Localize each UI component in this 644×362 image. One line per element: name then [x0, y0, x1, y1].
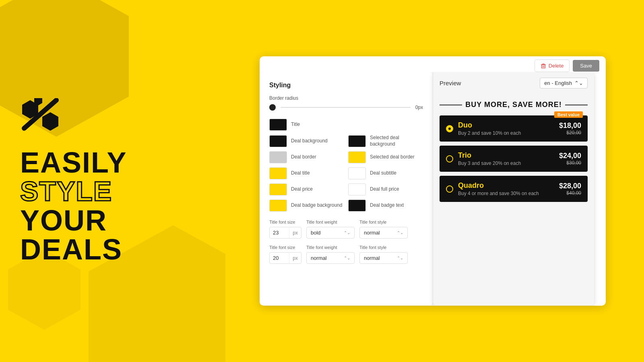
chevron-updown-icon-4: ⌃⌄ [397, 256, 403, 260]
chevron-updown-icon-2: ⌃⌄ [397, 230, 403, 235]
color-grid: Title Deal background Selected deal back… [269, 119, 423, 212]
deal-radio-quadro[interactable] [446, 185, 453, 193]
deal-card-trio[interactable]: Trio Buy 3 and save 20% on each $24,00 $… [440, 146, 588, 172]
headline-easily: EASILY [20, 148, 127, 177]
border-radius-value: 0px [415, 105, 423, 110]
color-label-deal-border: Deal border [291, 154, 316, 160]
main-container: Delete Save Styling Border radius 0px [260, 56, 606, 306]
font-group-1: Title font size Title font weight Title … [269, 220, 423, 239]
right-panel: Delete Save Styling Border radius 0px [225, 0, 644, 362]
svg-rect-5 [542, 64, 545, 64]
preview-title: Preview [440, 80, 461, 86]
font-size-input-1[interactable]: 23 px [269, 227, 301, 239]
color-label-deal-price: Deal price [291, 186, 313, 193]
svg-marker-2 [42, 112, 58, 131]
deal-full-price-quadro: $40,00 [559, 190, 581, 196]
banner-line-left [440, 105, 462, 105]
color-item-selected-deal-border: Selected deal border [348, 151, 423, 163]
preview-panel: Preview en - English ⌃⌄ BUY MORE, SAVE M… [433, 72, 594, 305]
color-swatch-deal-badge-bg[interactable] [269, 200, 287, 212]
font-labels-2: Title font size Title font weight Title … [269, 245, 423, 250]
font-weight-value-1: bold [311, 230, 321, 236]
color-item-deal-badge-bg: Deal badge background [269, 200, 344, 212]
font-size-input-2[interactable]: 20 px [269, 252, 301, 264]
font-group-2: Title font size Title font weight Title … [269, 245, 423, 264]
color-label-title: Title [291, 121, 300, 128]
main-body: Styling Border radius 0px Title [260, 72, 606, 306]
chevron-icon: ⌃⌄ [574, 80, 583, 86]
top-toolbar: Delete Save [260, 56, 606, 72]
logo-area [20, 98, 68, 136]
color-swatch-selected-deal-border[interactable] [348, 151, 366, 163]
font-style-label-2: Title font style [359, 245, 404, 250]
font-size-label-2: Title font size [269, 245, 301, 250]
color-swatch-deal-price[interactable] [269, 183, 287, 195]
slider-track[interactable] [281, 107, 411, 108]
deal-info-trio: Trio Buy 3 and save 20% on each [458, 151, 559, 166]
save-button[interactable]: Save [573, 60, 599, 72]
deal-subtitle-duo: Buy 2 and save 10% on each [458, 130, 559, 136]
color-item-deal-border: Deal border [269, 151, 344, 163]
trash-icon [541, 63, 546, 69]
deal-price-quadro: $28,00 [559, 182, 581, 190]
font-size-value-2: 20 [270, 253, 289, 263]
color-swatch-deal-title[interactable] [269, 167, 287, 179]
font-style-label-1: Title font style [359, 220, 404, 224]
deal-prices-quadro: $28,00 $40,00 [559, 182, 581, 196]
preview-header: Preview en - English ⌃⌄ [433, 72, 594, 94]
language-selector[interactable]: en - English ⌃⌄ [540, 78, 588, 88]
deal-name-duo: Duo [458, 121, 559, 130]
chevron-updown-icon-3: ⌃⌄ [344, 256, 350, 260]
color-swatch-deal-badge-text[interactable] [348, 200, 366, 212]
deal-full-price-trio: $30,00 [559, 160, 581, 166]
font-size-label-1: Title font size [269, 220, 301, 224]
delete-label: Delete [549, 63, 564, 69]
color-swatch-deal-full-price[interactable] [348, 183, 366, 195]
font-style-select-1[interactable]: normal ⌃⌄ [359, 227, 408, 239]
font-size-unit-2: px [289, 253, 301, 263]
deal-radio-trio[interactable] [446, 155, 453, 162]
font-inputs-2: 20 px normal ⌃⌄ normal ⌃⌄ [269, 252, 423, 264]
buy-more-banner: BUY MORE, SAVE MORE! [440, 101, 588, 109]
font-weight-label-1: Title font weight [306, 220, 355, 224]
left-panel: EASILY STYLE YOUR DEALS [0, 0, 225, 362]
color-item-selected-deal-bg: Selected deal background [348, 135, 423, 147]
color-swatch-deal-bg[interactable] [269, 135, 287, 147]
font-size-value-1: 23 [270, 227, 289, 238]
deal-card-duo[interactable]: Best value Duo Buy 2 and save 10% on eac… [440, 115, 588, 142]
color-swatch-deal-border[interactable] [269, 151, 287, 163]
color-swatch-selected-deal-bg[interactable] [348, 135, 366, 147]
color-label-deal-full-price: Deal full price [370, 186, 399, 193]
deal-info-duo: Duo Buy 2 and save 10% on each [458, 121, 559, 136]
color-grid-spacer [348, 119, 423, 131]
color-item-deal-bg: Deal background [269, 135, 344, 147]
deal-price-duo: $18,00 [559, 121, 581, 130]
deal-full-price-duo: $20,00 [559, 130, 581, 136]
border-radius-slider-row: 0px [269, 104, 423, 111]
color-label-deal-bg: Deal background [291, 138, 328, 144]
font-weight-value-2: normal [311, 255, 327, 261]
deal-radio-duo[interactable] [446, 125, 453, 132]
deal-name-trio: Trio [458, 151, 559, 160]
color-swatch-deal-subtitle[interactable] [348, 167, 366, 179]
lang-value: en - English [544, 80, 572, 86]
font-labels-1: Title font size Title font weight Title … [269, 220, 423, 224]
font-weight-select-1[interactable]: bold ⌃⌄ [306, 227, 355, 239]
color-label-deal-badge-bg: Deal badge background [291, 202, 342, 209]
color-item-deal-badge-text: Deal badge text [348, 200, 423, 212]
font-weight-label-2: Title font weight [306, 245, 355, 250]
preview-content: BUY MORE, SAVE MORE! Best value Duo Buy … [433, 94, 594, 305]
font-style-select-2[interactable]: normal ⌃⌄ [359, 252, 408, 264]
deal-name-quadro: Quadro [458, 181, 559, 190]
color-label-selected-deal-bg: Selected deal background [370, 135, 423, 147]
deal-info-quadro: Quadro Buy 4 or more and save 30% on eac… [458, 181, 559, 196]
font-size-unit-1: px [289, 228, 301, 238]
styling-panel: Styling Border radius 0px Title [260, 72, 433, 305]
delete-button[interactable]: Delete [535, 60, 570, 72]
deal-card-quadro[interactable]: Quadro Buy 4 or more and save 30% on eac… [440, 176, 588, 202]
font-weight-select-2[interactable]: normal ⌃⌄ [306, 252, 355, 264]
color-swatch-title[interactable] [269, 119, 287, 131]
slider-dot [269, 104, 276, 111]
banner-text: BUY MORE, SAVE MORE! [465, 101, 561, 109]
color-item-deal-full-price: Deal full price [348, 183, 423, 195]
